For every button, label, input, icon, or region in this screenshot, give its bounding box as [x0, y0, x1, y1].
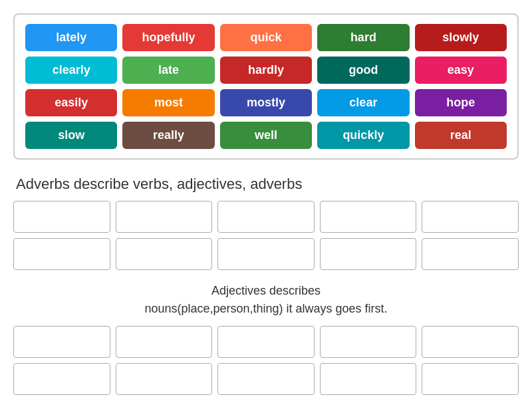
adverbs-drop-row-1	[13, 201, 519, 233]
drop-box[interactable]	[320, 326, 417, 358]
word-tile[interactable]: clear	[317, 89, 409, 116]
word-tile[interactable]: well	[220, 122, 312, 149]
drop-box[interactable]	[320, 201, 417, 233]
drop-box[interactable]	[320, 238, 417, 270]
word-tile[interactable]: most	[122, 89, 214, 116]
word-bank: latelyhopefullyquickhardslowlyclearlylat…	[13, 13, 519, 160]
word-tile[interactable]: hardly	[220, 57, 312, 84]
drop-box[interactable]	[217, 363, 315, 395]
word-tile[interactable]: good	[317, 57, 409, 84]
word-tile[interactable]: easily	[25, 89, 117, 116]
word-tile[interactable]: slow	[25, 122, 117, 149]
adjectives-section: Adjectives describes nouns(place,person,…	[13, 282, 519, 395]
drop-box[interactable]	[217, 238, 315, 270]
drop-box[interactable]	[422, 326, 519, 358]
adverbs-title: Adverbs describe verbs, adjectives, adve…	[13, 176, 519, 193]
drop-box[interactable]	[13, 238, 110, 270]
word-tile[interactable]: clearly	[25, 57, 117, 84]
drop-box[interactable]	[116, 201, 213, 233]
drop-box[interactable]	[116, 238, 213, 270]
word-tile[interactable]: lately	[25, 24, 117, 51]
word-tile[interactable]: hopefully	[122, 24, 214, 51]
adjectives-title: Adjectives describes nouns(place,person,…	[13, 282, 519, 318]
word-tile[interactable]: slowly	[415, 24, 507, 51]
adverbs-drop-row-2	[13, 238, 519, 270]
word-tile[interactable]: late	[122, 57, 214, 84]
drop-box[interactable]	[13, 201, 110, 233]
word-tile[interactable]: easy	[415, 57, 507, 84]
drop-box[interactable]	[422, 363, 519, 395]
word-tile[interactable]: mostly	[220, 89, 312, 116]
drop-box[interactable]	[13, 363, 110, 395]
drop-box[interactable]	[116, 363, 213, 395]
adjectives-drop-row-2	[13, 363, 519, 395]
drop-box[interactable]	[13, 326, 110, 358]
word-tile[interactable]: quickly	[317, 122, 409, 149]
adjectives-drop-row-1	[13, 326, 519, 358]
word-tile[interactable]: hope	[415, 89, 507, 116]
drop-box[interactable]	[422, 201, 519, 233]
drop-box[interactable]	[217, 326, 315, 358]
drop-box[interactable]	[116, 326, 213, 358]
adverbs-section: Adverbs describe verbs, adjectives, adve…	[13, 176, 519, 270]
drop-box[interactable]	[320, 363, 417, 395]
drop-box[interactable]	[422, 238, 519, 270]
word-tile[interactable]: real	[415, 122, 507, 149]
word-tile[interactable]: really	[122, 122, 214, 149]
drop-box[interactable]	[217, 201, 315, 233]
word-tile[interactable]: quick	[220, 24, 312, 51]
word-tile[interactable]: hard	[317, 24, 409, 51]
